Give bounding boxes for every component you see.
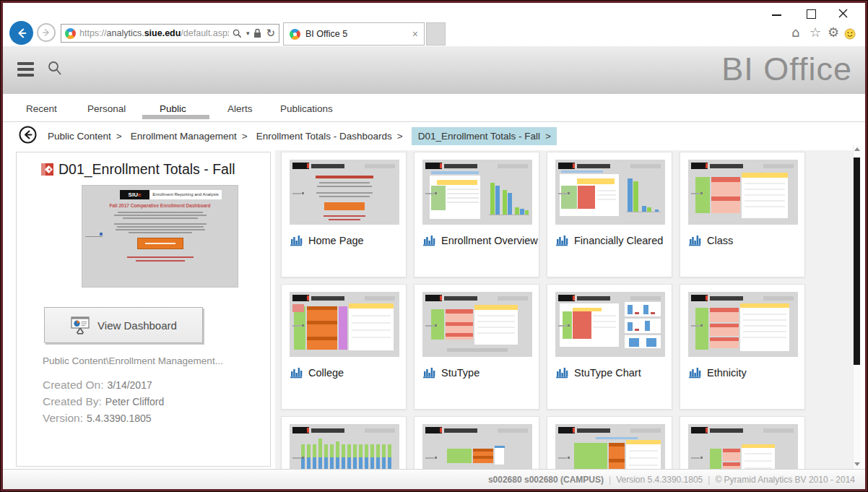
breadcrumb: Public Content > Enrollment Management >… [48, 126, 557, 146]
home-icon[interactable]: ⌂ [791, 26, 799, 39]
browser-window: https://analytics.siue.edu/default.aspx … [0, 0, 868, 492]
tile-thumbnail [555, 160, 665, 225]
tile-label: Enrollment Overview [441, 235, 538, 246]
created-by-value: Peter Clifford [105, 396, 164, 407]
tile-label: StuType Chart [574, 367, 641, 379]
tile-enrollment-overview[interactable]: Enrollment Overview [414, 152, 539, 277]
view-dashboard-button[interactable]: View Dashboard [44, 307, 203, 343]
window-titlebar [3, 3, 865, 22]
bar-chart-icon [689, 367, 701, 379]
dashboard-tile-grid: Home Page Enrollment Overview Financiall… [281, 152, 805, 469]
back-arrow-icon [15, 27, 28, 40]
tile-ethnicity[interactable]: Ethnicity [680, 284, 805, 410]
scrollbar-up-arrow[interactable] [854, 147, 860, 151]
breadcrumb-separator: > [545, 131, 551, 142]
tab-publications[interactable]: Publications [280, 103, 333, 114]
url-text[interactable]: https://analytics.siue.edu/default.aspx [79, 28, 229, 38]
tile-college[interactable]: College [281, 284, 407, 410]
browser-forward-button[interactable] [37, 23, 56, 42]
content-area: D01_Enrollment Totals - Fall SIUe Enroll… [3, 150, 865, 469]
preview-headline: Fall 2017 Comparative Enrollment Dashboa… [82, 203, 238, 208]
tile-label: Home Page [308, 235, 364, 246]
tile-row3-2[interactable] [414, 416, 539, 469]
bar-chart-icon [556, 367, 568, 379]
dashboard-preview-thumbnail[interactable]: SIUe Enrollment Reporting and Analysis F… [82, 185, 238, 288]
created-on-value: 3/14/2017 [107, 379, 152, 391]
breadcrumb-item-enrollment-management[interactable]: Enrollment Management [131, 131, 237, 142]
scrollbar-thumb[interactable] [854, 157, 860, 365]
app-search-icon[interactable] [46, 60, 64, 77]
scrollbar-down-arrow[interactable] [854, 462, 860, 466]
tile-stutype-chart[interactable]: StuType Chart [547, 284, 672, 410]
tab-alerts[interactable]: Alerts [227, 103, 253, 114]
version-row: Version:5.4.3390.1805 [43, 412, 152, 425]
bar-chart-icon [689, 235, 701, 246]
tile-thumbnail [688, 424, 798, 469]
tab-close-icon[interactable]: × [412, 28, 418, 40]
app-logo: BI Office [721, 51, 852, 88]
refresh-icon[interactable]: ↻ [266, 28, 275, 39]
new-tab-button[interactable] [426, 22, 446, 46]
tile-label: College [308, 367, 344, 379]
tile-thumbnail [688, 160, 798, 225]
site-favicon [65, 28, 76, 39]
search-icon[interactable] [233, 29, 242, 38]
bar-chart-icon [423, 367, 435, 379]
window-minimize-icon[interactable] [772, 14, 781, 16]
tile-thumbnail [555, 292, 665, 357]
tile-stutype[interactable]: StuType [414, 284, 539, 410]
favorites-star-icon[interactable]: ☆ [810, 26, 821, 39]
created-by-label: Created By: [43, 395, 102, 408]
tab-personal[interactable]: Personal [87, 103, 126, 114]
preview-footer-line [127, 256, 194, 258]
tile-row3-1[interactable] [281, 416, 407, 469]
tab-public[interactable]: Public [160, 103, 186, 114]
window-maximize-icon[interactable] [807, 9, 816, 19]
status-bar: s002680 s002680 (CAMPUS) | Version 5.4.3… [3, 469, 865, 489]
breadcrumb-current-label: D01_Enrollment Totals - Fall [418, 131, 540, 142]
preview-footer-line [136, 260, 185, 262]
breadcrumb-item-current[interactable]: D01_Enrollment Totals - Fall > [412, 127, 557, 145]
tile-label: Financially Cleared [574, 235, 663, 246]
siue-logo: SIUe [120, 190, 149, 199]
tile-row3-4[interactable] [680, 416, 805, 469]
version-value: 5.4.3390.1805 [87, 413, 152, 424]
tile-thumbnail [290, 424, 399, 469]
tab-recent[interactable]: Recent [26, 103, 57, 114]
preview-orange-button [137, 238, 183, 249]
breadcrumb-separator: > [397, 131, 403, 142]
status-copyright: © Pyramid Analytics BV 2010 - 2014 [715, 475, 855, 485]
breadcrumb-back-icon[interactable] [19, 126, 37, 144]
status-separator: | [708, 475, 710, 485]
tab-title: BI Office 5 [305, 29, 407, 39]
browser-tab[interactable]: BI Office 5 × [283, 22, 425, 46]
browser-back-button[interactable] [9, 21, 33, 45]
bar-chart-icon [556, 235, 568, 246]
tile-home-page[interactable]: Home Page [281, 152, 407, 277]
tile-row3-3[interactable] [547, 416, 672, 469]
preview-text-line [114, 215, 207, 216]
breadcrumb-separator: > [242, 131, 248, 142]
menu-hamburger-icon[interactable] [17, 62, 34, 77]
feedback-smiley-icon[interactable] [844, 28, 856, 40]
search-dropdown-caret-icon[interactable]: ▾ [246, 30, 250, 37]
bar-chart-icon [423, 235, 435, 246]
breadcrumb-item-public-content[interactable]: Public Content [48, 131, 111, 142]
version-label: Version: [43, 412, 83, 425]
tile-financially-cleared[interactable]: Financially Cleared [547, 152, 672, 277]
dashboard-red-icon [41, 163, 53, 176]
created-on-label: Created On: [43, 379, 103, 392]
nav-tabstrip [3, 94, 865, 122]
preview-text-line [118, 212, 203, 213]
window-close-icon[interactable] [838, 8, 849, 19]
preview-slicer-widget [85, 231, 103, 237]
address-bar[interactable]: https://analytics.siue.edu/default.aspx … [61, 24, 279, 43]
tile-thumbnail [422, 160, 532, 225]
settings-gear-icon[interactable]: ⚙ [828, 26, 839, 39]
tile-thumbnail [555, 424, 665, 469]
preview-text-line [129, 232, 192, 233]
forward-arrow-icon [41, 27, 51, 38]
tile-class[interactable]: Class [680, 152, 805, 277]
status-user: s002680 s002680 (CAMPUS) [488, 475, 604, 485]
breadcrumb-item-enrollment-totals-dashboards[interactable]: Enrollment Totals - Dashboards [256, 131, 392, 142]
